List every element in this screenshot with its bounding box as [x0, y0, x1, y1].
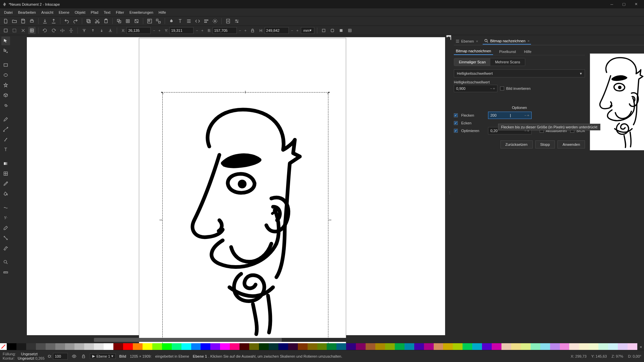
- color-swatch[interactable]: [598, 343, 608, 350]
- color-swatch[interactable]: [463, 343, 472, 350]
- rotate-cw-button[interactable]: [50, 27, 57, 34]
- export-button[interactable]: [50, 17, 57, 25]
- color-swatch[interactable]: [259, 343, 269, 350]
- h-input[interactable]: [265, 27, 289, 34]
- menu-bearbeiten[interactable]: Bearbeiten: [15, 9, 39, 15]
- color-swatch[interactable]: [569, 343, 579, 350]
- lock-aspect-button[interactable]: [249, 27, 256, 34]
- node-tool[interactable]: [1, 47, 10, 55]
- opacity-input[interactable]: [53, 353, 68, 360]
- color-swatch[interactable]: [492, 343, 501, 350]
- color-swatch[interactable]: [74, 343, 84, 350]
- scan-multi-button[interactable]: Mehrere Scans: [490, 58, 525, 66]
- color-swatch[interactable]: [501, 343, 511, 350]
- lpe-tool[interactable]: [1, 244, 10, 252]
- color-swatch[interactable]: [210, 343, 220, 350]
- inkscape-prefs-button[interactable]: [233, 17, 240, 25]
- scan-single-button[interactable]: Einmaliger Scan: [454, 58, 490, 66]
- eraser-tool[interactable]: [1, 224, 10, 232]
- raise-button[interactable]: [89, 27, 97, 34]
- xml-button[interactable]: [194, 17, 201, 25]
- color-swatch[interactable]: [239, 343, 249, 350]
- text-tool[interactable]: [1, 145, 10, 154]
- color-swatch[interactable]: [16, 343, 26, 350]
- gradient-tool[interactable]: [1, 159, 10, 168]
- select-all-button[interactable]: [11, 27, 18, 34]
- close-button[interactable]: ✕: [630, 1, 642, 8]
- subtab-help[interactable]: Hilfe: [522, 48, 533, 55]
- thresh-dec[interactable]: −: [490, 86, 492, 90]
- color-swatch[interactable]: [191, 343, 201, 350]
- x-inc[interactable]: +: [157, 27, 161, 34]
- color-swatch[interactable]: [46, 343, 55, 350]
- color-swatch[interactable]: [366, 343, 375, 350]
- color-swatch[interactable]: [230, 343, 239, 350]
- fill-stroke-button[interactable]: [168, 17, 175, 25]
- color-swatch[interactable]: [181, 343, 191, 350]
- docprops-button[interactable]: [224, 17, 232, 25]
- trace-method-select[interactable]: Helligkeitsschwellwert▾: [454, 69, 585, 77]
- stroke-value[interactable]: Ungesetzt: [18, 356, 35, 360]
- selector-tool[interactable]: [1, 37, 10, 45]
- color-swatch[interactable]: [356, 343, 366, 350]
- 3dbox-tool[interactable]: [1, 91, 10, 100]
- clone-button[interactable]: [124, 17, 131, 25]
- copy-button[interactable]: [85, 17, 92, 25]
- color-swatch[interactable]: [65, 343, 75, 350]
- subtab-pixel[interactable]: Pixelkunst: [497, 48, 518, 55]
- affect-gradient-button[interactable]: [337, 27, 345, 34]
- ecken-checkbox[interactable]: ✓: [454, 121, 458, 125]
- flip-h-button[interactable]: [59, 27, 66, 34]
- star-tool[interactable]: [1, 81, 10, 89]
- color-swatch[interactable]: [104, 343, 113, 350]
- thresh-inc[interactable]: +: [493, 86, 495, 90]
- color-swatch[interactable]: [123, 343, 133, 350]
- h-inc[interactable]: +: [296, 27, 300, 34]
- menu-hilfe[interactable]: Hilfe: [156, 9, 169, 15]
- lock-toggle[interactable]: [80, 353, 87, 359]
- mesh-tool[interactable]: [1, 169, 10, 178]
- color-swatch[interactable]: [269, 343, 278, 350]
- color-swatch[interactable]: [288, 343, 298, 350]
- subtab-trace[interactable]: Bitmap nachzeichnen: [454, 48, 493, 55]
- color-swatch[interactable]: [540, 343, 550, 350]
- rotation-value[interactable]: 0,00°: [633, 354, 641, 358]
- flecken-input[interactable]: 200| − +: [488, 112, 532, 119]
- color-swatch[interactable]: [143, 343, 152, 350]
- fill-value[interactable]: Ungesetzt: [21, 352, 38, 356]
- color-swatch[interactable]: [482, 343, 492, 350]
- color-swatch[interactable]: [55, 343, 65, 350]
- close-layers-tab[interactable]: ×: [476, 39, 478, 43]
- new-button[interactable]: [2, 17, 9, 25]
- color-swatch[interactable]: [7, 343, 16, 350]
- color-swatch[interactable]: [560, 343, 570, 350]
- affect-corners-button[interactable]: [329, 27, 336, 34]
- color-swatch[interactable]: [414, 343, 424, 350]
- color-swatch[interactable]: [308, 343, 317, 350]
- stop-button[interactable]: Stopp: [535, 140, 555, 148]
- color-swatch[interactable]: [395, 343, 405, 350]
- color-swatch[interactable]: [298, 343, 308, 350]
- print-button[interactable]: [28, 17, 36, 25]
- flip-v-button[interactable]: [67, 27, 75, 34]
- menu-text[interactable]: Text: [101, 9, 113, 15]
- color-swatch[interactable]: [618, 343, 628, 350]
- prefs-button[interactable]: [211, 17, 219, 25]
- connector-tool[interactable]: [1, 234, 10, 242]
- maximize-button[interactable]: ▢: [618, 1, 630, 8]
- color-swatch[interactable]: [113, 343, 123, 350]
- spray-tool[interactable]: [1, 214, 10, 222]
- color-swatch[interactable]: [278, 343, 288, 350]
- color-swatch[interactable]: [589, 343, 598, 350]
- color-swatch[interactable]: [531, 343, 540, 350]
- dock-toggle[interactable]: ⋮: [448, 189, 451, 197]
- color-swatch[interactable]: [133, 343, 143, 350]
- select-all-layers-button[interactable]: [2, 27, 9, 34]
- save-button[interactable]: [19, 17, 27, 25]
- color-swatch[interactable]: [152, 343, 162, 350]
- open-button[interactable]: [11, 17, 18, 25]
- w-input[interactable]: [213, 27, 237, 34]
- color-swatch[interactable]: [162, 343, 172, 350]
- align-dialog-button[interactable]: [203, 17, 210, 25]
- unit-select[interactable]: mm ▾: [301, 27, 314, 34]
